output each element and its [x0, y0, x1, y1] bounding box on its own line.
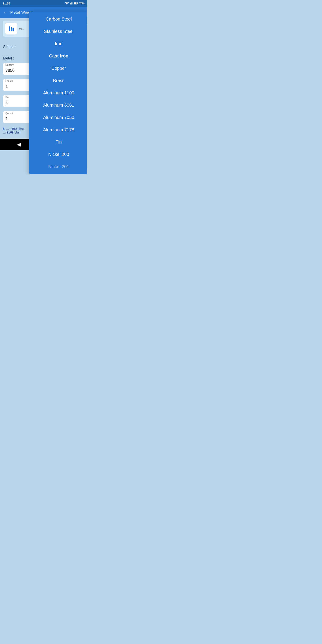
dropdown-item-aluminum-7050[interactable]: Aluminum 7050 — [29, 111, 87, 124]
dropdown-item-nickel-200[interactable]: Nickel 200 — [29, 148, 87, 160]
dropdown-item-iron[interactable]: Iron — [29, 38, 87, 50]
dropdown-item-copper[interactable]: Copper — [29, 62, 87, 74]
battery-icon — [74, 2, 78, 5]
shape-label: Shape : — [3, 45, 16, 49]
page-wrapper: 11:55 — [0, 0, 87, 150]
svg-rect-10 — [11, 27, 12, 31]
nav-back-button[interactable]: ◀ — [17, 142, 21, 147]
svg-rect-7 — [74, 2, 76, 4]
length-field-label: Length — [5, 80, 13, 82]
app-logo — [5, 23, 17, 34]
dia-field-label: Dia — [5, 96, 9, 98]
battery-percent: 75% — [79, 2, 84, 5]
signal-icon — [70, 2, 73, 5]
status-icons: 75% — [65, 2, 84, 5]
status-bar: 11:55 — [0, 0, 87, 7]
svg-rect-4 — [72, 2, 73, 4]
metal-dropdown: Carbon Steel Stainless Steel Iron Cast I… — [29, 12, 87, 174]
wifi-icon — [65, 2, 69, 5]
dropdown-item-aluminum-7178[interactable]: Aluminum 7178 — [29, 124, 87, 136]
dropdown-item-tin[interactable]: Tin — [29, 136, 87, 148]
dropdown-item-aluminum-1100[interactable]: Aluminum 1100 — [29, 87, 87, 99]
dropdown-item-cast-iron[interactable]: Cast Iron — [29, 50, 87, 62]
svg-rect-6 — [77, 3, 78, 4]
svg-rect-0 — [70, 4, 70, 4]
dropdown-item-nickel-201[interactable]: Nickel 201 — [29, 160, 87, 173]
dropdown-item-aluminum-6061[interactable]: Aluminum 6061 — [29, 99, 87, 111]
scroll-thumb — [87, 16, 87, 25]
svg-rect-2 — [71, 2, 72, 4]
dropdown-item-carbon-steel[interactable]: Carbon Steel — [29, 13, 87, 25]
svg-rect-3 — [72, 2, 72, 4]
dropdown-item-brass[interactable]: Brass — [29, 74, 87, 87]
metal-label: Metal : — [3, 56, 16, 60]
svg-rect-9 — [9, 26, 10, 31]
scroll-track — [87, 16, 87, 170]
density-field-label: Density — [5, 64, 14, 66]
svg-rect-11 — [12, 28, 14, 31]
svg-rect-1 — [70, 3, 71, 4]
dropdown-item-stainless-steel[interactable]: Stainless Steel — [29, 25, 87, 38]
back-button[interactable]: ← — [3, 10, 8, 15]
time-display: 11:55 — [3, 2, 10, 5]
quantity-field-label: Quantit — [5, 112, 13, 114]
